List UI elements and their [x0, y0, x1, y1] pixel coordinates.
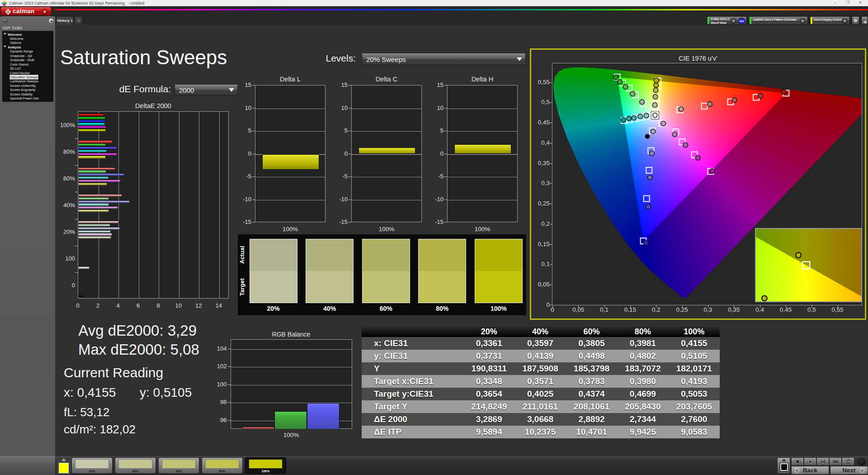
play-button[interactable]	[804, 457, 816, 466]
table-col-header: 60%	[566, 327, 617, 337]
deltae-bar-magenta-100%	[78, 126, 106, 128]
sidebar-item-dynamic-range[interactable]: Dynamic Range	[2, 49, 53, 53]
loop-button[interactable]	[829, 457, 842, 466]
back-icon: «	[794, 467, 800, 474]
tree-expander-icon[interactable]	[4, 33, 7, 35]
tree-expander-icon[interactable]	[4, 46, 7, 48]
meter-dropdown[interactable]: X-Rite i1Pro 2 Direct View ▼ 234	[707, 16, 747, 25]
table-cell: 0,4802	[617, 350, 668, 362]
sidebar-item-screen-uniformity[interactable]: Screen Uniformity	[2, 84, 53, 88]
sidebar-item-analysis[interactable]: Analysis	[2, 45, 53, 49]
sidebar-item-label: Screen Uniformity	[10, 84, 36, 88]
levels-label: Levels:	[324, 53, 356, 64]
table-row-label: Target x:CIE31	[362, 375, 463, 388]
cie-diagram-panel: CIE 1976 u'v' 00,050,10,150,20,250,30,35…	[530, 48, 866, 320]
pattern-thumb-20%[interactable]: 20%	[71, 457, 113, 474]
axis-tick	[550, 183, 552, 184]
back-button[interactable]: « Back	[791, 466, 829, 475]
collapse-toolbar-button[interactable]: ◀	[861, 16, 868, 25]
calman-menu-button[interactable]: calman ▼	[0, 7, 52, 15]
pattern-generator-dropdown[interactable]: CalMAN Client 3 Pattern Generator ▼	[749, 16, 808, 25]
delta-y-tick: 10	[334, 104, 348, 111]
refresh-button[interactable]	[842, 457, 854, 466]
sidebar-item-screen-angularity[interactable]: Screen Angularity	[2, 88, 53, 92]
meter-dropdown-arrow[interactable]: ▼	[731, 18, 736, 24]
cie-measured-magenta-80	[695, 155, 700, 160]
calman-logo-text: calman	[13, 8, 34, 14]
sidebar-item-label: Grayscale - Multi	[10, 58, 34, 62]
rgb-balance-title: RGB Balance	[231, 331, 352, 338]
sidebar-item-screen-stability[interactable]: Screen Stability	[2, 92, 53, 96]
gridline	[179, 112, 179, 298]
axis-tick	[550, 305, 552, 305]
display-control-dropdown[interactable]: Direct Display Control ▼	[810, 16, 850, 25]
cie-measured-blue-80	[646, 204, 651, 209]
close-button[interactable]: ✕	[855, 0, 865, 6]
sidebar-item-options[interactable]: Options	[2, 41, 53, 45]
axis-tick	[252, 222, 255, 223]
sidebar-collapse-button[interactable]: ◀	[48, 18, 54, 24]
pattern-thumb-60%[interactable]: 60%	[158, 457, 199, 474]
tab-history-1[interactable]: History 1	[56, 16, 74, 25]
cie-measured-blue-20	[651, 129, 656, 134]
current-pattern-panel[interactable]	[57, 457, 71, 474]
sidebar-item-welcome[interactable]: Welcome	[2, 33, 53, 37]
cie-y-tick: 0,4	[532, 139, 550, 146]
pattern-thumb-40%[interactable]: 40%	[115, 457, 156, 474]
sidebar-item-3d-lut[interactable]: 3D LUT	[2, 66, 53, 71]
levels-dropdown[interactable]: 20% Sweeps	[362, 53, 526, 65]
delta-y-tick: -15	[238, 218, 251, 225]
table-row: Y190,8311187,5908185,3798183,7072182,017…	[362, 362, 720, 375]
sidebar-item-saturation-sweeps[interactable]: Saturation Sweeps	[2, 75, 53, 79]
pattern-bar-left	[0, 456, 55, 475]
pattern-window-button[interactable]	[777, 457, 790, 474]
axis-tick	[444, 176, 447, 177]
minimize-button[interactable]: –	[830, 0, 840, 6]
delta-plot-delta-c	[351, 85, 422, 222]
delta-y-tick: -5	[430, 173, 443, 180]
sidebar-orb-button[interactable]	[3, 18, 8, 23]
gridline	[448, 109, 517, 109]
pattern-bar: « Back Next » 20%40%60%80%100%	[0, 456, 868, 475]
add-tab-button[interactable]: +	[74, 16, 83, 25]
pattern-thumb-80%[interactable]: 80%	[202, 457, 243, 474]
cie-target-blue-60	[646, 167, 652, 173]
axis-tick	[252, 131, 255, 131]
deltae-x-tick: 0	[73, 302, 82, 309]
delta-y-tick: -5	[238, 173, 251, 180]
settings-button[interactable]	[852, 16, 859, 25]
calman-menu-arrow[interactable]: ▼	[42, 9, 48, 15]
display-control-dropdown-arrow[interactable]: ▼	[842, 18, 848, 24]
axis-tick	[349, 222, 351, 223]
restore-button[interactable]: ❐	[843, 0, 853, 6]
deltae-bar-cyan-20%	[78, 230, 111, 233]
inset-measured-circle	[796, 252, 801, 258]
step-button[interactable]	[816, 457, 829, 466]
sidebar-item-label: Welcome	[10, 37, 24, 41]
table-cell: 0,3731	[463, 350, 514, 362]
deltae-chart-title: DeltaE 2000	[78, 102, 229, 109]
sidebar-item-welcome[interactable]: Welcome	[2, 37, 53, 41]
next-button[interactable]: Next »	[830, 466, 868, 475]
sidebar-item-grayscale-2pt[interactable]: Grayscale - 2pt	[2, 54, 53, 58]
axis-tick	[630, 305, 631, 308]
pattern-generator-dropdown-arrow[interactable]: ▼	[800, 18, 806, 24]
table-cell: 211,0161	[514, 400, 566, 413]
deltae-bar-blue-60%	[78, 173, 124, 176]
cie-y-tick: 0,5	[532, 99, 550, 105]
axis-tick	[75, 138, 78, 139]
stop-button[interactable]	[791, 457, 804, 466]
sidebar-item-colorchecker[interactable]: ColorChecker	[2, 71, 53, 75]
sidebar-item-grayscale-multi[interactable]: Grayscale - Multi	[2, 58, 53, 62]
axis-tick	[75, 272, 78, 273]
table-cell: 187,5908	[514, 362, 566, 375]
swatch-level-label: 80%	[418, 305, 466, 312]
sidebar-item-color-gamut[interactable]: Color Gamut	[2, 62, 53, 66]
next-icon: »	[859, 467, 865, 474]
sidebar-item-spectral-power-dist-[interactable]: Spectral Power Dist.	[2, 96, 53, 100]
pattern-thumb-100%[interactable]: 100%	[245, 457, 286, 474]
rgb-bar-red	[242, 427, 275, 429]
thumb-swatch	[118, 459, 152, 469]
sidebar-item-luminance-sweeps[interactable]: Luminance Sweeps	[2, 79, 53, 83]
thumb-swatch	[249, 459, 283, 469]
